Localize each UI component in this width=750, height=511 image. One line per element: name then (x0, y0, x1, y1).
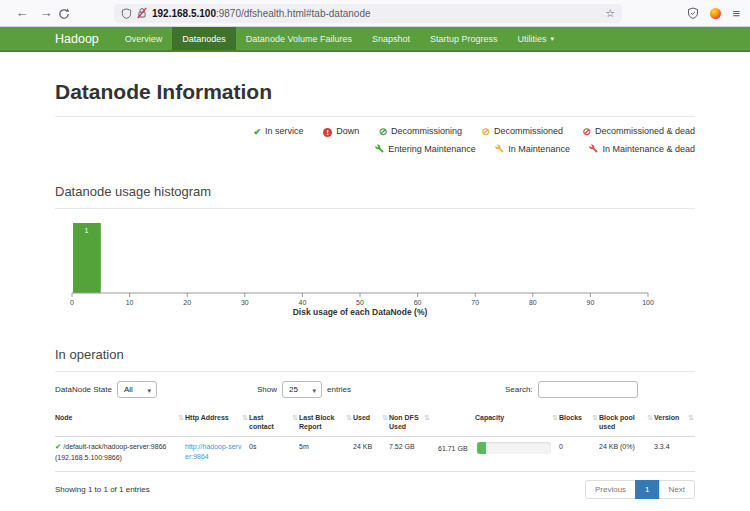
cell-last-block-report: 5m (299, 437, 353, 472)
legend-label: In service (265, 126, 304, 136)
sort-icon: ⇅ (592, 413, 598, 422)
wrench-icon (589, 144, 598, 153)
nav-item-utilities-label: Utilities (517, 34, 546, 44)
next-page-button[interactable]: Next (659, 480, 695, 499)
sort-icon: ⇅ (552, 413, 558, 422)
chevron-down-icon: ▾ (313, 383, 317, 398)
col-label: Used (353, 414, 370, 421)
table-footer: Showing 1 to 1 of 1 entries Previous 1 N… (55, 480, 695, 499)
col-header-last-contact[interactable]: Last contact⇅ (249, 410, 299, 437)
circle-slash-icon: ⊘ (379, 123, 387, 140)
datanode-state-select[interactable]: All▾ (117, 381, 157, 398)
protections-shield-icon[interactable] (687, 7, 699, 19)
back-icon: ← (16, 5, 29, 20)
capacity-progress-bar (477, 442, 551, 454)
legend-in-maintenance: In Maintenance (495, 141, 570, 158)
browser-account-icon[interactable] (710, 8, 721, 19)
svg-text:0: 0 (70, 299, 74, 306)
brand-hadoop[interactable]: Hadoop (55, 27, 99, 50)
col-header-block-pool-used[interactable]: Block pool used⇅ (599, 410, 654, 437)
search-input[interactable] (538, 381, 638, 398)
legend-label: In Maintenance (508, 144, 570, 154)
svg-text:50: 50 (356, 299, 364, 306)
url-host: 192.168.5.100 (152, 8, 216, 19)
entries-summary: Showing 1 to 1 of 1 entries (55, 485, 150, 494)
col-header-non-dfs-used[interactable]: Non DFS Used⇅ (389, 410, 431, 437)
nav-item-snapshot[interactable]: Snapshot (362, 27, 420, 50)
browser-chrome: ← → 192.168.5.100:9870/dfshealth.html#ta… (0, 0, 750, 27)
sort-icon: ⇅ (647, 413, 653, 422)
in-service-check-icon: ✔ (55, 442, 61, 451)
col-header-last-block-report[interactable]: Last Block Report⇅ (299, 410, 353, 437)
http-address-link[interactable]: http://hadoop-server:9864 (185, 442, 243, 462)
reload-icon (58, 8, 70, 20)
bookmark-star-icon[interactable]: ☆ (605, 7, 615, 20)
in-operation-heading: In operation (55, 347, 695, 362)
svg-text:40: 40 (299, 299, 307, 306)
cell-version: 3.3.4 (654, 437, 695, 472)
legend-entering-maintenance: Entering Maintenance (375, 141, 476, 158)
col-label: Block pool used (599, 414, 635, 430)
col-label: Last contact (249, 414, 274, 430)
svg-text:90: 90 (587, 299, 595, 306)
back-button[interactable]: ← (10, 0, 34, 26)
legend-in-service: ✔In service (254, 123, 304, 141)
nav-item-datanodes[interactable]: Datanodes (172, 27, 236, 50)
show-label: Show (257, 385, 277, 394)
nav-item-overview[interactable]: Overview (115, 27, 173, 50)
legend-label: Entering Maintenance (388, 144, 476, 154)
datanode-state-value: All (124, 385, 133, 394)
legend-decommissioned: ⊘Decommissioned (482, 123, 563, 140)
insecure-lock-icon (137, 7, 147, 19)
capacity-value: 61.71 GB (438, 444, 477, 454)
col-header-blocks[interactable]: Blocks⇅ (559, 410, 599, 437)
legend-in-maintenance-dead: In Maintenance & dead (589, 141, 695, 158)
svg-text:100: 100 (642, 299, 654, 306)
svg-text:80: 80 (529, 299, 537, 306)
col-header-capacity[interactable]: Capacity⇅ (431, 410, 559, 437)
legend-label: In Maintenance & dead (602, 144, 695, 154)
nav-item-datanode-volume-failures[interactable]: Datanode Volume Failures (236, 27, 362, 50)
col-label: Blocks (559, 414, 582, 421)
forward-button[interactable]: → (34, 0, 58, 26)
usage-histogram-svg: 10102030405060708090100Disk usage of eac… (55, 215, 695, 317)
legend-label: Decommissioned (494, 126, 563, 136)
previous-page-button[interactable]: Previous (585, 480, 636, 499)
exclamation-circle-icon: ! (323, 128, 332, 137)
page-1-button[interactable]: 1 (635, 480, 659, 499)
url-bar[interactable]: 192.168.5.100:9870/dfshealth.html#tab-da… (114, 4, 622, 23)
col-header-used[interactable]: Used⇅ (353, 410, 389, 437)
svg-text:30: 30 (241, 299, 249, 306)
histogram-divider (55, 208, 695, 209)
circle-slash-icon: ⊘ (482, 123, 490, 140)
page-title: Datanode Information (55, 80, 695, 104)
svg-text:20: 20 (183, 299, 191, 306)
nav-item-utilities[interactable]: Utilities ▾ (507, 27, 564, 50)
page-length-select[interactable]: 25▾ (282, 381, 322, 398)
col-header-node[interactable]: Node⇅ (55, 410, 185, 437)
sort-icon: ⇅ (178, 413, 184, 422)
usage-histogram: 10102030405060708090100Disk usage of eac… (55, 215, 695, 321)
legend-label: Down (336, 126, 359, 136)
chevron-down-icon: ▾ (147, 383, 151, 398)
col-header-version[interactable]: Version⇅ (654, 410, 695, 437)
search-label: Search: (505, 385, 533, 394)
reload-button[interactable] (58, 6, 82, 20)
svg-text:70: 70 (471, 299, 479, 306)
legend-down: !Down (323, 123, 359, 140)
nav-item-startup-progress[interactable]: Startup Progress (420, 27, 508, 50)
legend-label: Decommissioning (391, 126, 462, 136)
col-header-http-address[interactable]: Http Address⇅ (185, 410, 249, 437)
cell-capacity: 61.71 GB (431, 437, 559, 472)
page-length-value: 25 (289, 385, 298, 394)
cell-last-contact: 0s (249, 437, 299, 472)
entries-label: entries (327, 385, 351, 394)
chevron-down-icon: ▾ (551, 35, 555, 43)
circle-slash-icon: ⊘ (583, 123, 591, 140)
sort-icon: ⇅ (382, 413, 388, 422)
url-path: :9870/dfshealth.html#tab-datanode (216, 8, 371, 19)
cell-blocks: 0 (559, 437, 599, 472)
hamburger-menu-icon[interactable]: ≡ (732, 6, 740, 21)
datanode-state-label: DataNode State (55, 385, 112, 394)
capacity-bar-fill (477, 442, 486, 454)
